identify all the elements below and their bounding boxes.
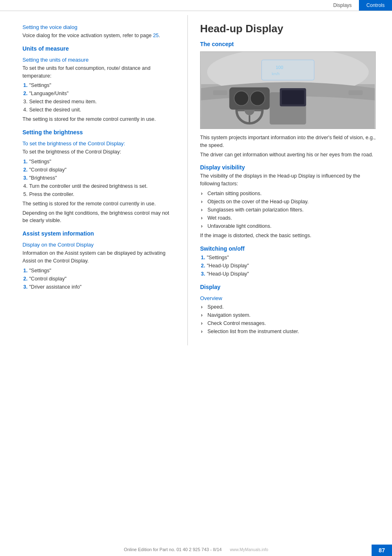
list-item: 2."Control display" [22, 166, 175, 174]
assist-info-heading: Assist system information [22, 230, 175, 237]
svg-rect-15 [262, 60, 314, 80]
list-item: 3."Brightness" [22, 174, 175, 182]
list-item: 4.Turn the controller until the desired … [22, 182, 175, 190]
list-item: 5.Press the controller. [22, 190, 175, 198]
svg-point-11 [234, 91, 249, 106]
svg-text:100: 100 [276, 65, 283, 70]
top-nav: Displays Controls [0, 0, 392, 11]
list-item: 1."Settings" [200, 254, 380, 262]
left-column: Setting the voice dialog Voice dialog fo… [0, 15, 188, 345]
list-item: 3."Driver assistance info" [22, 283, 175, 291]
display-visibility-heading: Display visibility [200, 164, 380, 171]
page-number: 87 [372, 545, 392, 556]
list-item: Speed. [200, 303, 380, 311]
assist-body: Information on the Assist system can be … [22, 249, 175, 265]
brightness-visibility-note: Depending on the light conditions, the b… [22, 209, 175, 225]
svg-rect-14 [282, 90, 304, 105]
right-column: Head-up Display The concept [188, 15, 392, 345]
list-item: 1."Settings" [22, 267, 175, 275]
setting-brightness-subheading: To set the brightness of the Control Dis… [22, 140, 175, 147]
page-title: Head-up Display [200, 22, 380, 35]
list-item: 1."Settings" [22, 81, 175, 89]
footer-watermark: www.MyManuals.info [230, 547, 268, 552]
svg-text:km/h: km/h [272, 72, 279, 76]
page-25-link[interactable]: 25 [153, 33, 159, 38]
footer: Online Edition for Part no. 01 40 2 925 … [0, 547, 392, 552]
display-section-heading: Display [200, 284, 380, 290]
nav-displays[interactable]: Displays [326, 0, 359, 11]
footer-text: Online Edition for Part no. 01 40 2 925 … [124, 547, 222, 552]
brightness-intro: To set the brightness of the Control Dis… [22, 148, 175, 156]
visibility-factors-list: Certain sitting positions. Objects on th… [200, 189, 380, 230]
display-control-subheading: Display on the Control Display [22, 242, 175, 248]
nav-controls[interactable]: Controls [359, 0, 392, 11]
units-of-measure-heading: Units of measure [22, 45, 175, 52]
list-item: 3."Head-Up Display" [200, 270, 380, 278]
assist-steps-list: 1."Settings" 2."Control display" 3."Driv… [22, 267, 175, 291]
car-dashboard-image: 100 km/h [200, 51, 376, 129]
brightness-heading: Setting the brightness [22, 129, 175, 136]
list-item: 1."Settings" [22, 158, 175, 166]
list-item: Navigation system. [200, 311, 380, 319]
units-steps-list: 1."Settings" 2."Language/Units" 3.Select… [22, 81, 175, 114]
list-item: Sunglasses with certain polarization fil… [200, 206, 380, 214]
list-item: Selection list from the instrument clust… [200, 327, 380, 336]
concept-heading: The concept [200, 41, 380, 47]
voice-dialog-subheading: Setting the voice dialog [22, 24, 175, 30]
units-stored-note: The setting is stored for the remote con… [22, 116, 175, 123]
voice-dialog-body: Voice dialog for the voice activation sy… [22, 32, 175, 40]
list-item: 3.Select the desired menu item. [22, 98, 175, 106]
list-item: 4.Select the desired unit. [22, 106, 175, 114]
list-item: Wet roads. [200, 214, 380, 222]
list-item: 2."Control display" [22, 275, 175, 283]
overview-subheading: Overview [200, 295, 380, 301]
svg-rect-18 [213, 90, 227, 95]
concept-body-2: The driver can get information without a… [200, 151, 380, 159]
brightness-steps-list: 1."Settings" 2."Control display" 3."Brig… [22, 158, 175, 198]
list-item: 2."Language/Units" [22, 89, 175, 98]
distorted-image-note: If the image is distorted, check the bas… [200, 232, 380, 240]
list-item: Certain sitting positions. [200, 189, 380, 198]
switching-steps-list: 1."Settings" 2."Head-Up Display" 3."Head… [200, 254, 380, 278]
list-item: Objects on the cover of the Head-up Disp… [200, 198, 380, 206]
setting-units-subheading: Setting the units of measure [22, 57, 175, 63]
list-item: Unfavorable light conditions. [200, 222, 380, 230]
concept-body-1: This system projects important informati… [200, 134, 380, 149]
svg-rect-19 [348, 90, 363, 95]
svg-point-12 [250, 91, 265, 106]
overview-list: Speed. Navigation system. Check Control … [200, 303, 380, 336]
switching-onoff-heading: Switching on/off [200, 245, 380, 252]
list-item: Check Control messages. [200, 319, 380, 327]
display-visibility-body: The visibility of the displays in the He… [200, 172, 380, 188]
main-content: Setting the voice dialog Voice dialog fo… [0, 11, 392, 345]
setting-units-body: To set the units for fuel consumption, r… [22, 64, 175, 80]
brightness-stored-note: The setting is stored for the remote con… [22, 200, 175, 208]
list-item: 2."Head-Up Display" [200, 262, 380, 270]
